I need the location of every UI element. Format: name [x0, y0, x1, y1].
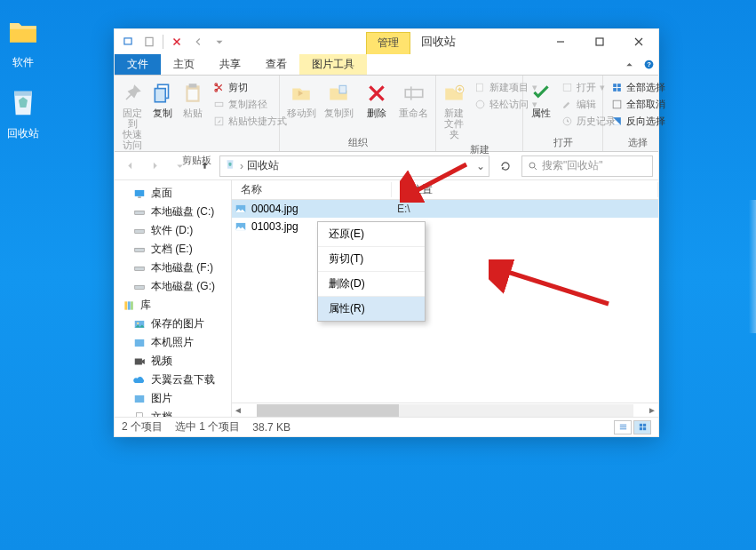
tree-item-tianyi-download[interactable]: 天翼云盘下载 — [115, 371, 231, 389]
scroll-thumb[interactable] — [257, 404, 399, 417]
view-details-button[interactable] — [614, 420, 632, 434]
tab-home[interactable]: 主页 — [161, 54, 207, 75]
nav-up-button[interactable] — [195, 156, 214, 176]
scroll-track[interactable] — [257, 404, 633, 417]
context-menu-delete[interactable]: 删除(D) — [318, 272, 425, 297]
tree-item-videos[interactable]: 视频 — [115, 352, 231, 371]
refresh-button[interactable] — [495, 155, 516, 177]
tree-item-drive-g[interactable]: 本地磁盘 (G:) — [115, 277, 231, 296]
maximize-button[interactable] — [580, 29, 619, 54]
tree-item-drive-e[interactable]: 文档 (E:) — [115, 240, 231, 259]
tree-item-saved-pictures[interactable]: 保存的图片 — [115, 315, 231, 333]
copy-button[interactable]: 复制 — [150, 79, 175, 118]
drive-icon — [132, 243, 147, 257]
file-list[interactable]: 00004.jpg E:\ 01003.jpg 还原(E) 剪切(T) 删除(D… — [232, 200, 658, 403]
svg-rect-47 — [639, 427, 641, 430]
nav-forward-button[interactable] — [145, 156, 164, 176]
edit-button[interactable]: 编辑 — [559, 97, 617, 112]
new-item-button[interactable]: 新建项目▾ — [472, 80, 539, 95]
close-button[interactable] — [619, 29, 658, 54]
qat-undo-icon[interactable] — [190, 34, 206, 50]
column-headers[interactable]: 名称 原位置 — [232, 180, 658, 200]
context-menu-cut[interactable]: 剪切(T) — [318, 247, 425, 272]
column-original-location[interactable]: 原位置 — [392, 182, 658, 197]
svg-point-25 — [529, 163, 535, 168]
file-row[interactable]: 01003.jpg — [232, 218, 658, 235]
copy-to-button[interactable]: 复制到 — [322, 79, 354, 118]
tree-item-camera-roll[interactable]: 本机照片 — [115, 333, 231, 352]
open-button[interactable]: 打开▾ — [559, 80, 617, 95]
search-placeholder: 搜索"回收站" — [542, 158, 603, 173]
rename-button[interactable]: 重命名 — [398, 79, 430, 118]
paste-shortcut-button[interactable]: 粘贴快捷方式 — [211, 114, 289, 129]
tree-item-desktop[interactable]: 桌面 — [115, 184, 231, 203]
status-item-count: 2 个项目 — [122, 419, 163, 434]
edit-icon — [561, 99, 573, 111]
search-input[interactable]: 搜索"回收站" — [521, 155, 653, 177]
nav-back-button[interactable] — [120, 156, 139, 176]
paste-button[interactable]: 粘贴 — [180, 79, 205, 118]
svg-rect-23 — [617, 88, 621, 92]
view-large-icons-button[interactable] — [633, 420, 651, 434]
qat-customize-icon[interactable] — [211, 34, 227, 50]
chevron-down-icon[interactable]: ⌄ — [476, 160, 485, 172]
status-bar: 2 个项目 选中 1 个项目 38.7 KB — [115, 417, 658, 436]
scroll-left-icon[interactable]: ◄ — [232, 405, 244, 415]
copy-to-icon — [326, 81, 351, 106]
tab-file[interactable]: 文件 — [115, 54, 161, 75]
context-menu-properties[interactable]: 属性(R) — [318, 297, 425, 321]
svg-rect-8 — [188, 90, 198, 100]
horizontal-scrollbar[interactable]: ◄ ► — [232, 403, 658, 417]
document-icon — [132, 411, 147, 418]
drive-icon — [132, 261, 147, 275]
column-name[interactable]: 名称 — [232, 182, 392, 197]
delete-icon — [364, 81, 389, 106]
tab-view[interactable]: 查看 — [253, 54, 299, 75]
cut-button[interactable]: 剪切 — [211, 80, 289, 95]
help-icon[interactable]: ? — [639, 54, 658, 75]
image-file-icon — [232, 203, 250, 215]
scroll-right-icon[interactable]: ► — [646, 405, 658, 415]
navigation-pane[interactable]: 桌面 本地磁盘 (C:) 软件 (D:) 文档 (E:) 本地磁盘 (F:) 本… — [115, 180, 232, 417]
contextual-tab-manage[interactable]: 管理 — [366, 32, 410, 54]
file-row[interactable]: 00004.jpg E:\ — [232, 200, 658, 218]
path-icon — [212, 99, 225, 111]
context-menu-restore[interactable]: 还原(E) — [318, 222, 425, 247]
pin-icon — [120, 81, 145, 106]
minimize-button[interactable] — [541, 29, 580, 54]
ribbon-group-label: 打开 — [523, 136, 602, 151]
app-icon[interactable] — [120, 34, 136, 50]
tree-item-documents[interactable]: 文档 — [115, 408, 231, 417]
history-button[interactable]: 历史记录 — [559, 114, 617, 129]
ribbon-group-label: 组织 — [280, 136, 435, 151]
tree-item-drive-f[interactable]: 本地磁盘 (F:) — [115, 259, 231, 277]
nav-recent-button[interactable] — [170, 156, 189, 176]
tree-item-drive-c[interactable]: 本地磁盘 (C:) — [115, 203, 231, 221]
quick-access-toolbar — [115, 29, 233, 54]
ribbon-tabs: 文件 主页 共享 查看 图片工具 ? — [115, 54, 658, 76]
picture-icon — [132, 317, 147, 331]
qat-delete-icon[interactable] — [169, 34, 185, 50]
svg-rect-18 — [563, 84, 571, 92]
rename-icon — [402, 81, 426, 106]
tree-item-pictures[interactable]: 图片 — [115, 389, 231, 408]
desktop-icon-software[interactable]: 软件 — [0, 12, 50, 70]
tree-item-libraries[interactable]: 库 — [115, 296, 231, 315]
tab-share[interactable]: 共享 — [207, 54, 253, 75]
easy-access-button[interactable]: 轻松访问▾ — [472, 97, 539, 112]
qat-properties-icon[interactable] — [141, 34, 157, 50]
tab-picture-tools[interactable]: 图片工具 — [299, 54, 367, 75]
copy-path-button[interactable]: 复制路径 — [211, 97, 289, 112]
pin-quick-access-button[interactable]: 固定到 快速访问 — [120, 79, 145, 150]
new-folder-button[interactable]: 新建 文件夹 — [442, 79, 466, 139]
address-bar[interactable]: › 回收站 ⌄ — [219, 155, 489, 177]
svg-rect-29 — [135, 229, 145, 233]
delete-button[interactable]: 删除 — [361, 79, 393, 118]
move-to-button[interactable]: 移动到 — [285, 79, 317, 118]
ribbon-collapse-icon[interactable] — [619, 54, 639, 75]
desktop-icon-recycle-bin[interactable]: 回收站 — [0, 84, 50, 141]
tree-item-drive-d[interactable]: 软件 (D:) — [115, 221, 231, 240]
desktop-icon-label: 回收站 — [0, 126, 50, 141]
video-icon — [132, 355, 147, 369]
copy-icon — [150, 81, 175, 106]
